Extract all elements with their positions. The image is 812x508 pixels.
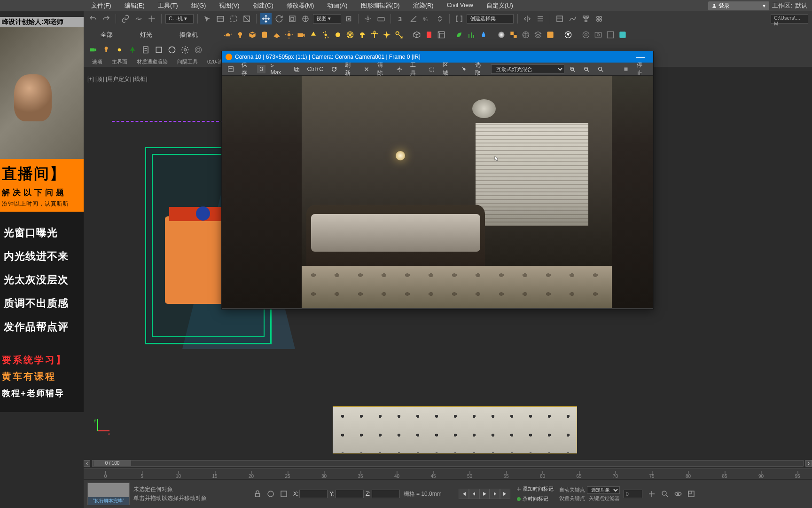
script-camera-icon[interactable]: [87, 44, 99, 56]
script-tree-icon[interactable]: [127, 44, 138, 56]
angle-snap-icon[interactable]: [408, 13, 419, 24]
keyfilter-button[interactable]: 关键点过滤器: [589, 495, 620, 502]
keyboard-shortcut-icon[interactable]: [375, 13, 387, 24]
snap-toggle-icon[interactable]: 3: [395, 13, 406, 24]
slider-track[interactable]: 0 / 100: [92, 460, 804, 467]
slider-handle[interactable]: 0 / 100: [94, 460, 131, 466]
vfb-thumb-button[interactable]: 3: [257, 65, 265, 73]
timeline-ruler[interactable]: 0 5 10 15 20 25 30 35 40 45 50 55 60 65 …: [84, 468, 812, 479]
script-fan-icon[interactable]: [166, 44, 178, 56]
named-selection-combo[interactable]: 创建选择集: [467, 14, 514, 24]
sphere-light-icon[interactable]: [332, 29, 344, 40]
scale-icon[interactable]: [287, 13, 298, 24]
vfb-stop-button[interactable]: 停止: [634, 60, 650, 78]
portal-icon[interactable]: [423, 29, 435, 40]
mushroom-icon[interactable]: [357, 29, 368, 40]
vfb-select-button[interactable]: 选取: [472, 60, 489, 78]
viewport-label[interactable]: [+] [顶] [用户定义] [线框]: [87, 75, 148, 83]
orbit-icon[interactable]: [672, 488, 684, 500]
geosphere-icon[interactable]: [344, 29, 356, 40]
menu-group[interactable]: 组(G): [185, 1, 213, 10]
leaf-icon[interactable]: [453, 29, 465, 40]
menu-civil-view[interactable]: Civil View: [440, 1, 480, 10]
frame-number-input[interactable]: [624, 490, 642, 498]
vfb-zoom-fit-icon[interactable]: [594, 65, 607, 73]
vfb-clear-button[interactable]: 清除: [375, 60, 391, 78]
curve-editor-icon[interactable]: [567, 13, 578, 24]
autokey-label[interactable]: 自动关键点: [559, 486, 585, 493]
slider-prev-button[interactable]: ‹: [84, 460, 90, 467]
vfb-refresh-button[interactable]: 刷新: [342, 60, 359, 78]
vfb-lightmix-combo[interactable]: 互动式灯光混合: [491, 64, 564, 74]
window-crossing-icon[interactable]: [241, 13, 252, 24]
lock-selection-icon[interactable]: [252, 488, 263, 500]
pivot-icon[interactable]: [343, 13, 354, 24]
y-input[interactable]: [336, 490, 364, 498]
volume-icon[interactable]: [436, 29, 447, 40]
render-setup-icon[interactable]: [593, 29, 604, 40]
setkey-label[interactable]: 设置关键点: [559, 495, 585, 502]
decor-object[interactable]: [196, 206, 210, 221]
material-editor-icon[interactable]: [593, 13, 605, 24]
vfb-select-icon[interactable]: [458, 65, 470, 73]
vfb-region-button[interactable]: 区域: [440, 60, 456, 78]
x-input[interactable]: [299, 490, 328, 498]
select-by-name-icon[interactable]: [215, 13, 226, 24]
layers-icon[interactable]: [532, 29, 544, 40]
mirror-icon[interactable]: [522, 13, 533, 24]
menu-graph-editors[interactable]: 图形编辑器(D): [354, 1, 406, 10]
vfb-ctrl-c-button[interactable]: Ctrl+C: [304, 65, 326, 73]
move-icon[interactable]: [260, 13, 272, 24]
checker-icon[interactable]: [508, 29, 519, 40]
vfb-zoom-in-icon[interactable]: [566, 65, 578, 73]
spinner-snap-icon[interactable]: [434, 13, 445, 24]
menu-edit[interactable]: 编辑(E): [118, 1, 151, 10]
menu-tools[interactable]: 工具(T): [151, 1, 185, 10]
camera-icon[interactable]: [296, 29, 307, 40]
light-bulb-icon[interactable]: [234, 29, 246, 40]
play-button[interactable]: [479, 489, 490, 499]
script-target-icon[interactable]: [193, 44, 204, 56]
unlink-icon[interactable]: [133, 13, 144, 24]
script-gear-icon[interactable]: [180, 44, 191, 56]
key-target-combo[interactable]: 选定对象: [587, 486, 620, 494]
maxscript-thumb[interactable]: "执行脚本完毕": [87, 483, 130, 505]
material-library-icon[interactable]: [545, 29, 556, 40]
box-icon[interactable]: [247, 29, 258, 40]
placement-icon[interactable]: [300, 13, 311, 24]
zoom-icon[interactable]: [659, 488, 671, 500]
script-doc-icon[interactable]: [140, 44, 151, 56]
menu-rendering[interactable]: 渲染(R): [406, 1, 440, 10]
globe-icon[interactable]: [520, 29, 531, 40]
goto-start-button[interactable]: [459, 489, 469, 499]
menu-file[interactable]: 文件(F): [85, 1, 118, 10]
add-time-tag-button[interactable]: 添加时间标记: [514, 484, 555, 493]
omni-light-icon[interactable]: [320, 29, 331, 40]
palm-icon[interactable]: [369, 29, 380, 40]
render-icon[interactable]: [580, 29, 592, 40]
script-sun-icon[interactable]: [114, 44, 125, 56]
login-dropdown[interactable]: 登录 ▾: [708, 1, 769, 10]
isolate-icon[interactable]: [265, 488, 276, 500]
vfb-save-list-button[interactable]: [225, 65, 237, 73]
tab-main-ui[interactable]: 主界面: [107, 57, 132, 66]
percent-snap-icon[interactable]: %: [421, 13, 432, 24]
script-note-icon[interactable]: [153, 44, 164, 56]
render-production-icon[interactable]: [617, 29, 628, 40]
tab-spacing-tool[interactable]: 间隔工具: [172, 57, 203, 66]
bind-icon[interactable]: [146, 13, 157, 24]
directional-light-icon[interactable]: [393, 29, 405, 40]
menu-animation[interactable]: 动画(A): [320, 1, 354, 10]
menu-create[interactable]: 创建(C): [246, 1, 280, 10]
flame-icon[interactable]: [478, 29, 489, 40]
slider-next-button[interactable]: ›: [805, 460, 812, 467]
layer-explorer-icon[interactable]: [554, 13, 565, 24]
tab-cameras[interactable]: 摄像机: [166, 29, 211, 41]
cylinder-icon[interactable]: [259, 29, 270, 40]
menu-modifiers[interactable]: 修改器(M): [280, 1, 321, 10]
vfb-zoom-out-icon[interactable]: [580, 65, 593, 73]
exile-time-tag-button[interactable]: 杀时间标记: [514, 494, 555, 503]
vfb-to-max-button[interactable]: > Max: [267, 62, 288, 77]
vfb-refresh-icon[interactable]: [328, 65, 340, 73]
script-light-icon[interactable]: [101, 44, 112, 56]
